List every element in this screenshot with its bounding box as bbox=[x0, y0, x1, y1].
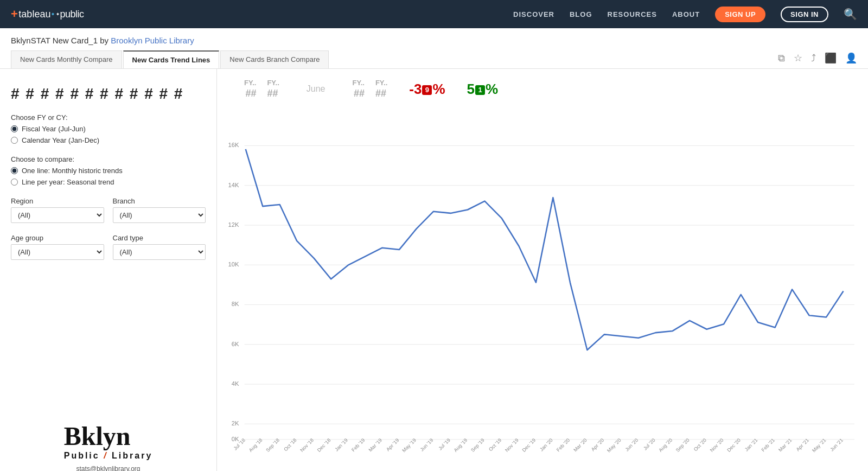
kpi-pos-suffix: % bbox=[486, 81, 498, 97]
kpi-pos-pct: 51% bbox=[467, 81, 499, 98]
nav-links: DISCOVER BLOG RESOURCES ABOUT SIGN UP SI… bbox=[513, 7, 857, 22]
svg-text:Nov '19: Nov '19 bbox=[504, 437, 520, 453]
kpi-pos-badge: 1 bbox=[475, 85, 485, 95]
kpi-neg-suffix: % bbox=[432, 81, 445, 97]
tab-branch-compare[interactable]: New Cards Branch Compare bbox=[220, 50, 329, 68]
region-branch-row: Region (All) Branch (All) bbox=[11, 197, 206, 223]
region-select[interactable]: (All) bbox=[11, 207, 104, 223]
chart-line bbox=[246, 149, 844, 350]
star-icon[interactable]: ☆ bbox=[794, 52, 802, 64]
tab-monthly-compare[interactable]: New Cards Monthly Compare bbox=[11, 50, 122, 68]
svg-text:Jun '20: Jun '20 bbox=[624, 437, 639, 453]
svg-text:14K: 14K bbox=[228, 182, 239, 188]
kpi-fy-label3: FY.. bbox=[353, 79, 365, 87]
kpi-fy-label4: FY.. bbox=[375, 79, 387, 87]
bpl-logo-section: Bklyn Public / Library stats@bklynlibrar… bbox=[11, 422, 206, 471]
fy-radio-item[interactable]: Fiscal Year (Jul-Jun) bbox=[11, 125, 206, 133]
kpi-labels-2: FY.. FY.. bbox=[353, 79, 388, 87]
svg-text:Sep '19: Sep '19 bbox=[470, 437, 486, 453]
logo-public: public bbox=[60, 9, 84, 20]
svg-text:Aug '20: Aug '20 bbox=[658, 437, 673, 453]
svg-text:Aug '19: Aug '19 bbox=[453, 437, 469, 453]
compare-label-1: One line: Monthly historic trends bbox=[22, 167, 123, 175]
tab-trend-lines[interactable]: New Cards Trend Lines bbox=[123, 50, 220, 68]
title-link[interactable]: Brooklyn Public Library bbox=[111, 36, 194, 45]
logo-text: tableau bbox=[18, 9, 50, 20]
svg-text:Jan '21: Jan '21 bbox=[744, 437, 759, 453]
fy-cy-section: Choose FY or CY: Fiscal Year (Jul-Jun) C… bbox=[11, 113, 206, 144]
svg-text:Feb '20: Feb '20 bbox=[556, 437, 571, 453]
kpi-neg-badge: 9 bbox=[422, 85, 432, 95]
svg-text:Nov '18: Nov '18 bbox=[299, 437, 315, 453]
page-title: BklynSTAT New Card_1 by Brooklyn Public … bbox=[11, 36, 330, 45]
grid-lines bbox=[245, 145, 854, 439]
nav-resources[interactable]: RESOURCES bbox=[608, 10, 657, 18]
svg-text:8K: 8K bbox=[232, 301, 239, 307]
sub-header: BklynSTAT New Card_1 by Brooklyn Public … bbox=[0, 28, 868, 69]
signin-button[interactable]: SIGN IN bbox=[781, 7, 828, 22]
branch-label: Branch bbox=[113, 197, 206, 205]
svg-text:Jun '21: Jun '21 bbox=[829, 437, 844, 453]
y-axis: 16K 14K 12K 10K 8K 6K 4K 2K 0K bbox=[228, 142, 239, 442]
share-icon[interactable]: ⤴ bbox=[811, 53, 816, 64]
svg-text:10K: 10K bbox=[228, 261, 239, 268]
svg-text:Mar '20: Mar '20 bbox=[572, 437, 588, 453]
main-content: # # # # # # # # # # # # Choose FY or CY:… bbox=[0, 69, 868, 471]
cy-radio[interactable] bbox=[11, 137, 18, 144]
svg-text:Sep '18: Sep '18 bbox=[265, 437, 280, 453]
tableau-logo: + tableau ✦ ✦ public bbox=[11, 7, 84, 21]
fy-cy-label: Choose FY or CY: bbox=[11, 113, 206, 122]
title-prefix: BklynSTAT New Card_1 by bbox=[11, 36, 108, 45]
age-label: Age group bbox=[11, 234, 104, 242]
user-icon[interactable]: 👤 bbox=[845, 52, 857, 64]
kpi-neg-pct: -39% bbox=[409, 81, 445, 98]
logo-plus: + bbox=[11, 7, 17, 21]
svg-text:Jan '19: Jan '19 bbox=[334, 437, 349, 453]
kpi-neg-text: -3 bbox=[409, 81, 422, 97]
kpi-group-1: FY.. FY.. ## ## bbox=[244, 79, 279, 99]
fy-radio[interactable] bbox=[11, 125, 18, 132]
kpi-pos-prefix: 5 bbox=[467, 81, 475, 97]
branch-select[interactable]: (All) bbox=[113, 207, 206, 223]
kpi-values-2: ## ## bbox=[354, 88, 386, 99]
cardtype-select[interactable]: (All) bbox=[113, 244, 206, 260]
svg-text:Jan '20: Jan '20 bbox=[539, 437, 554, 453]
sub-header-left: BklynSTAT New Card_1 by Brooklyn Public … bbox=[11, 36, 330, 68]
bpl-email: stats@bklynlibrary.org bbox=[76, 465, 141, 471]
compare-radio-2[interactable] bbox=[11, 179, 18, 186]
hash-display: # # # # # # # # # # # # bbox=[11, 85, 206, 103]
copy-icon[interactable]: ⧉ bbox=[778, 53, 785, 64]
age-select[interactable]: (All) bbox=[11, 244, 104, 260]
compare-radio-group: One line: Monthly historic trends Line p… bbox=[11, 167, 206, 186]
age-dropdown-group: Age group (All) bbox=[11, 234, 104, 260]
present-icon[interactable]: ⬛ bbox=[825, 52, 837, 64]
bpl-name2: Public / Library bbox=[64, 451, 153, 460]
svg-text:Dec '19: Dec '19 bbox=[521, 437, 537, 453]
svg-text:May '19: May '19 bbox=[401, 437, 417, 454]
fy-label: Fiscal Year (Jul-Jun) bbox=[22, 125, 86, 133]
nav-discover[interactable]: DISCOVER bbox=[513, 10, 554, 18]
kpi-group-2: FY.. FY.. ## ## bbox=[353, 79, 388, 99]
compare-radio-item-2[interactable]: Line per year: Seasonal trend bbox=[11, 178, 206, 186]
compare-radio-1[interactable] bbox=[11, 167, 18, 174]
compare-radio-item-1[interactable]: One line: Monthly historic trends bbox=[11, 167, 206, 175]
logo-dot1: ✦ bbox=[51, 12, 55, 17]
svg-text:12K: 12K bbox=[228, 221, 239, 228]
signup-button[interactable]: SIGN UP bbox=[715, 7, 765, 22]
kpi-fy-val3: ## bbox=[354, 88, 365, 99]
kpi-values-1: ## ## bbox=[245, 88, 278, 99]
branch-dropdown-group: Branch (All) bbox=[113, 197, 206, 223]
chart-kpi-row: FY.. FY.. ## ## June FY.. FY.. ## ## bbox=[222, 74, 857, 104]
kpi-fy-label1: FY.. bbox=[244, 79, 256, 87]
svg-text:May '20: May '20 bbox=[606, 437, 622, 454]
svg-text:Dec '18: Dec '18 bbox=[316, 437, 332, 453]
kpi-fy-val2: ## bbox=[267, 88, 278, 99]
svg-text:2K: 2K bbox=[232, 420, 239, 427]
nav-blog[interactable]: BLOG bbox=[570, 10, 592, 18]
age-cardtype-row: Age group (All) Card type (All) bbox=[11, 234, 206, 260]
cy-radio-item[interactable]: Calendar Year (Jan-Dec) bbox=[11, 136, 206, 144]
svg-text:May '21: May '21 bbox=[811, 437, 827, 454]
nav-about[interactable]: ABOUT bbox=[672, 10, 700, 18]
search-icon[interactable]: 🔍 bbox=[844, 8, 857, 21]
svg-text:16K: 16K bbox=[228, 142, 239, 148]
